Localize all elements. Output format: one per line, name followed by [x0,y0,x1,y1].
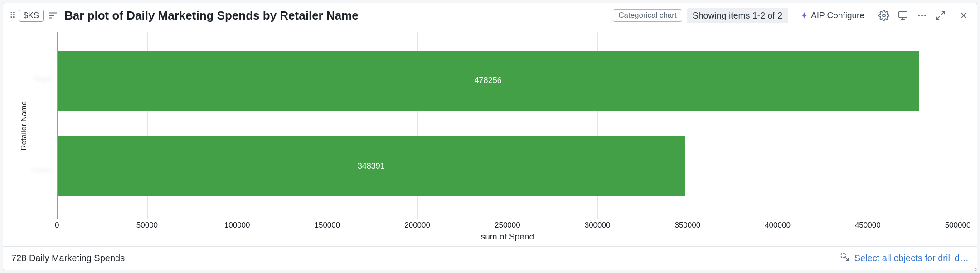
y-tick-labels: Target Costco [31,32,57,215]
resize-handle-icon[interactable] [971,264,976,269]
x-tick: 100000 [224,221,250,230]
aip-configure-button[interactable]: ✦ AIP Configure [798,10,867,21]
x-tick: 0 [55,221,59,230]
y-axis-label: Retailer Name [17,101,31,151]
more-menu-button[interactable] [915,8,929,23]
settings-button[interactable] [877,8,891,23]
svg-point-7 [918,15,920,16]
object-count-label: 728 Daily Marketing Spends [11,253,125,263]
drill-down-icon [840,252,850,264]
svg-rect-4 [899,12,907,17]
panel-title: Bar plot of Daily Marketing Spends by Re… [63,9,608,23]
svg-point-9 [924,15,926,16]
variable-chip[interactable]: $KS [19,10,44,22]
x-axis-label: sum of Spend [57,230,958,242]
aip-label: AIP Configure [811,10,864,20]
chart-panel: ⠿ $KS Bar plot of Daily Marketing Spends… [3,3,977,270]
x-tick: 450000 [855,221,881,230]
close-button[interactable] [957,9,970,22]
x-tick: 400000 [765,221,791,230]
x-tick: 500000 [945,221,971,230]
x-tick: 50000 [136,221,158,230]
x-tick: 300000 [585,221,611,230]
panel-footer: 728 Daily Marketing Spends Select all ob… [3,246,977,270]
drill-down-text: Select all objects for drill d… [854,253,969,263]
svg-point-3 [883,14,885,17]
y-tick: Target [31,74,53,82]
divider [793,10,793,21]
x-tick: 250000 [495,221,520,230]
chart-type-chip[interactable]: Categorical chart [613,9,682,22]
sparkle-icon: ✦ [800,10,808,21]
sort-bars-icon[interactable] [48,10,58,20]
y-tick: Costco [31,166,53,174]
bar-1[interactable]: 478256 [58,51,919,111]
gridline [958,32,958,219]
x-tick: 200000 [404,221,430,230]
chart-area: Retailer Name Target Costco 478256 [3,28,977,246]
x-tick: 350000 [674,221,700,230]
bar-value-label: 478256 [475,76,502,85]
divider [952,10,952,21]
svg-line-15 [972,268,976,272]
present-button[interactable] [896,8,910,23]
svg-point-8 [921,15,923,16]
bar-value-label: 348391 [358,161,385,171]
plot-area[interactable]: 478256 348391 [57,32,958,219]
svg-line-16 [974,270,976,272]
x-tick: 150000 [315,221,340,230]
showing-items-chip[interactable]: Showing items 1-2 of 2 [687,8,788,23]
x-tick-labels: 0 50000 100000 150000 200000 250000 3000… [57,219,958,230]
drill-down-link[interactable]: Select all objects for drill d… [840,252,969,264]
bar-2[interactable]: 348391 [58,136,685,196]
divider [872,10,872,21]
panel-header: ⠿ $KS Bar plot of Daily Marketing Spends… [3,3,977,28]
expand-button[interactable] [934,9,947,22]
drag-handle-icon[interactable]: ⠿ [10,13,15,18]
